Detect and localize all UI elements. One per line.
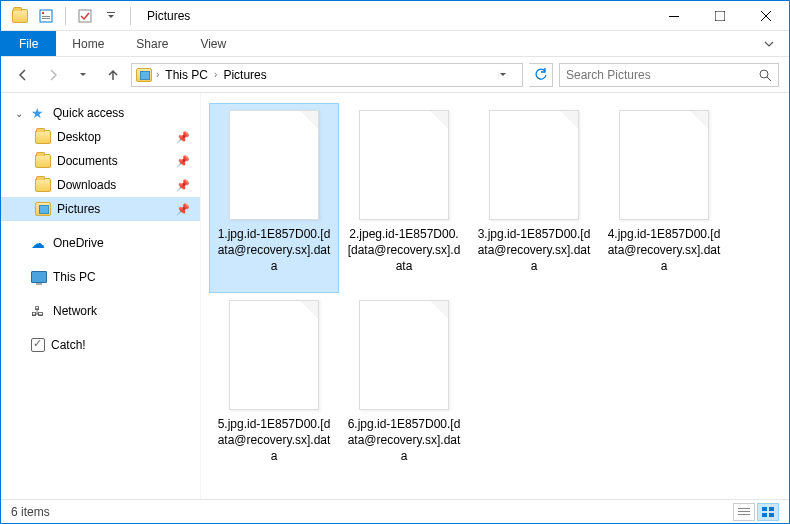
expand-icon[interactable]: ⌄ [15,108,25,119]
file-name: 6.jpg.id-1E857D00.[data@recovery.sx].dat… [344,416,464,465]
sidebar-quick-access[interactable]: ⌄ ★ Quick access [1,101,200,125]
up-button[interactable] [101,63,125,87]
file-grid[interactable]: 1.jpg.id-1E857D00.[data@recovery.sx].dat… [201,93,789,501]
file-item[interactable]: 5.jpg.id-1E857D00.[data@recovery.sx].dat… [209,293,339,483]
file-item[interactable]: 2.jpeg.id-1E857D00.[data@recovery.sx].da… [339,103,469,293]
sidebar-item-pictures[interactable]: Pictures📌 [1,197,200,221]
search-input[interactable]: Search Pictures [559,63,779,87]
sidebar-item-label: Catch! [51,338,86,352]
sidebar-item-downloads[interactable]: Downloads📌 [1,173,200,197]
folder-icon [35,202,51,216]
back-button[interactable] [11,63,35,87]
file-name: 4.jpg.id-1E857D00.[data@recovery.sx].dat… [604,226,724,275]
file-thumbnail [359,300,449,410]
pictures-icon [136,68,152,82]
file-thumbnail [619,110,709,220]
breadcrumb-pictures[interactable]: Pictures [221,68,268,82]
sidebar-item-label: OneDrive [53,236,104,250]
maximize-button[interactable] [697,1,743,31]
svg-rect-6 [669,16,679,17]
sidebar-item-label: Desktop [57,130,101,144]
file-name: 5.jpg.id-1E857D00.[data@recovery.sx].dat… [214,416,334,465]
thumbnails-view-button[interactable] [757,503,779,521]
svg-rect-5 [107,12,115,13]
folder-icon [35,178,51,192]
ribbon-expand-icon[interactable] [749,31,789,56]
svg-rect-12 [762,507,767,511]
network-icon: 🖧 [31,304,47,318]
svg-rect-11 [738,514,750,515]
svg-rect-1 [42,12,44,14]
sidebar-item-label: Pictures [57,202,100,216]
file-item[interactable]: 6.jpg.id-1E857D00.[data@recovery.sx].dat… [339,293,469,483]
folder-icon [9,5,31,27]
navigation-bar: › This PC › Pictures Search Pictures [1,57,789,93]
forward-button[interactable] [41,63,65,87]
minimize-button[interactable] [651,1,697,31]
cloud-icon: ☁ [31,236,47,250]
breadcrumb-this-pc[interactable]: This PC [163,68,210,82]
navigation-pane: ⌄ ★ Quick access Desktop📌Documents📌Downl… [1,93,201,501]
properties-icon[interactable] [35,5,57,27]
sidebar-item-label: Quick access [53,106,124,120]
details-view-button[interactable] [733,503,755,521]
tab-share[interactable]: Share [120,31,184,56]
main-area: ⌄ ★ Quick access Desktop📌Documents📌Downl… [1,93,789,501]
qat-dropdown-icon[interactable] [100,5,122,27]
sidebar-item-onedrive[interactable]: ›☁OneDrive [1,231,200,255]
search-icon[interactable] [758,68,772,82]
chevron-right-icon[interactable]: › [214,69,217,80]
svg-rect-9 [738,508,750,509]
refresh-button[interactable] [529,63,553,87]
file-item[interactable]: 4.jpg.id-1E857D00.[data@recovery.sx].dat… [599,103,729,293]
sidebar-item-catch-[interactable]: ›Catch! [1,333,200,357]
sidebar-item-this-pc[interactable]: ›This PC [1,265,200,289]
tab-view[interactable]: View [184,31,242,56]
sidebar-item-network[interactable]: ›🖧Network [1,299,200,323]
quick-access-toolbar: Pictures [1,5,190,27]
monitor-icon [31,271,47,283]
svg-rect-10 [738,511,750,512]
svg-rect-14 [762,513,767,517]
file-thumbnail [489,110,579,220]
file-tab[interactable]: File [1,31,56,56]
pin-icon: 📌 [176,155,190,168]
pin-icon: 📌 [176,203,190,216]
folder-icon [35,154,51,168]
status-text: 6 items [11,505,50,519]
file-item[interactable]: 3.jpg.id-1E857D00.[data@recovery.sx].dat… [469,103,599,293]
tab-home[interactable]: Home [56,31,120,56]
sidebar-item-label: This PC [53,270,96,284]
catch-icon [31,338,45,352]
address-bar[interactable]: › This PC › Pictures [131,63,523,87]
svg-rect-7 [715,11,725,21]
file-thumbnail [359,110,449,220]
recent-dropdown-icon[interactable] [71,63,95,87]
ribbon-tabs: File Home Share View [1,31,789,57]
sidebar-item-desktop[interactable]: Desktop📌 [1,125,200,149]
window-title: Pictures [139,9,190,23]
pin-icon: 📌 [176,179,190,192]
svg-point-8 [760,70,768,78]
address-dropdown-icon[interactable] [498,71,518,79]
checkbox-icon[interactable] [74,5,96,27]
sidebar-item-label: Downloads [57,178,116,192]
file-name: 2.jpeg.id-1E857D00.[data@recovery.sx].da… [344,226,464,275]
file-item[interactable]: 1.jpg.id-1E857D00.[data@recovery.sx].dat… [209,103,339,293]
file-thumbnail [229,110,319,220]
svg-rect-13 [769,507,774,511]
close-button[interactable] [743,1,789,31]
svg-rect-2 [42,16,50,17]
svg-rect-4 [79,10,91,22]
pin-icon: 📌 [176,131,190,144]
window-controls [651,1,789,31]
svg-rect-3 [42,18,50,19]
sidebar-item-label: Network [53,304,97,318]
sidebar-item-label: Documents [57,154,118,168]
title-bar: Pictures [1,1,789,31]
file-name: 3.jpg.id-1E857D00.[data@recovery.sx].dat… [474,226,594,275]
chevron-right-icon[interactable]: › [156,69,159,80]
sidebar-item-documents[interactable]: Documents📌 [1,149,200,173]
search-placeholder: Search Pictures [566,68,651,82]
file-name: 1.jpg.id-1E857D00.[data@recovery.sx].dat… [214,226,334,275]
